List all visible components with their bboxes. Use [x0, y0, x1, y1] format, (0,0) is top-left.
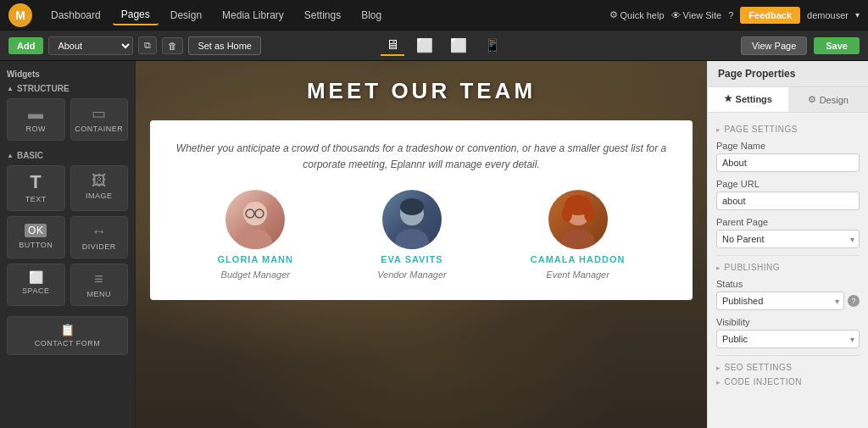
seo-section[interactable]: SEO SETTINGS: [716, 363, 860, 372]
page-name-input[interactable]: [716, 153, 860, 172]
page-name-label: Page Name: [716, 141, 860, 151]
contact-form-icon: 📋: [60, 324, 75, 336]
username-display: demouser: [807, 10, 849, 20]
basic-widget-grid: T TEXT 🖼 IMAGE OK BUTTON ↔ DIVIDER ⬜ SPA…: [7, 165, 128, 306]
eva-title: Vendor Manager: [377, 270, 447, 280]
publishing-section[interactable]: PUBLISHING: [716, 263, 860, 272]
widget-image[interactable]: 🖼 IMAGE: [70, 165, 129, 211]
meet-team-heading: MEET OUR TEAM: [307, 78, 536, 104]
panel-title: Page Properties: [708, 61, 868, 87]
container-icon: ▭: [92, 106, 107, 121]
section-divider-1: [716, 255, 860, 256]
widget-container[interactable]: ▭ CONTAINER: [70, 98, 129, 141]
visibility-label: Visibility: [716, 317, 860, 327]
status-select[interactable]: Published: [716, 292, 844, 310]
structure-widget-grid: ▬ ROW ▭ CONTAINER: [7, 98, 128, 141]
avatar-camala: [548, 190, 608, 249]
desktop-icon[interactable]: 🖥: [381, 36, 404, 56]
widget-row[interactable]: ▬ ROW: [7, 98, 65, 141]
tablet-landscape-icon[interactable]: ⬜: [445, 36, 472, 55]
tab-settings[interactable]: ★ Settings: [708, 87, 788, 112]
svg-point-11: [561, 229, 595, 249]
nav-settings[interactable]: Settings: [296, 6, 349, 25]
star-icon: ★: [724, 93, 732, 104]
structure-section-title: Structure: [7, 84, 128, 93]
right-panel: Page Properties ★ Settings ⚙ Design PAGE…: [707, 61, 868, 428]
mobile-icon[interactable]: 📱: [479, 36, 506, 55]
widgets-title: Widgets: [7, 69, 128, 79]
menu-icon: ≡: [94, 271, 103, 286]
svg-point-15: [584, 205, 594, 222]
widget-contact-form[interactable]: 📋 CONTACT FORM: [7, 316, 128, 355]
status-help-icon[interactable]: ?: [848, 295, 860, 307]
parent-page-label: Parent Page: [716, 217, 860, 227]
panel-tabs: ★ Settings ⚙ Design: [708, 87, 868, 113]
nav-pages[interactable]: Pages: [113, 5, 159, 25]
help-icon: ⚙: [609, 9, 618, 20]
widget-button[interactable]: OK BUTTON: [7, 216, 65, 258]
panel-content: PAGE SETTINGS Page Name Page URL Parent …: [708, 113, 868, 398]
nav-right: ⚙ Quick help 👁 View Site ? Feedback demo…: [609, 7, 860, 24]
widget-space[interactable]: ⬜ SPACE: [7, 264, 65, 306]
tab-design[interactable]: ⚙ Design: [788, 87, 869, 112]
eva-avatar-svg: [382, 190, 442, 249]
team-member-camala: CAMALA HADDON Event Manager: [531, 190, 626, 280]
parent-page-select-wrap: No Parent: [716, 230, 860, 248]
space-icon: ⬜: [29, 271, 44, 283]
eye-icon: 👁: [671, 10, 681, 20]
team-card: Whether you anticipate a crowd of thousa…: [150, 120, 693, 300]
text-icon: T: [30, 173, 42, 192]
camala-avatar-svg: [548, 190, 608, 249]
nav-blog[interactable]: Blog: [353, 6, 390, 25]
avatar-gloria: [225, 190, 285, 249]
code-injection-section[interactable]: CODE INJECTION: [716, 377, 860, 386]
status-select-row: Published ?: [716, 292, 860, 310]
svg-point-7: [395, 229, 429, 249]
camala-title: Event Manager: [546, 270, 609, 280]
camala-name: CAMALA HADDON: [531, 254, 626, 264]
parent-page-select[interactable]: No Parent: [716, 230, 860, 248]
design-icon: ⚙: [808, 94, 816, 105]
eva-name: EVA SAVITS: [381, 254, 442, 264]
avatar-eva: [382, 190, 442, 249]
set-home-button[interactable]: Set as Home: [188, 36, 261, 55]
widget-text[interactable]: T TEXT: [7, 165, 65, 211]
delete-page-button[interactable]: 🗑: [162, 37, 183, 54]
add-button[interactable]: Add: [8, 37, 43, 54]
widget-menu[interactable]: ≡ MENU: [70, 264, 129, 306]
button-icon: OK: [25, 224, 47, 237]
team-description: Whether you anticipate a crowd of thousa…: [175, 141, 667, 173]
nav-media-library[interactable]: Media Library: [214, 6, 292, 25]
svg-point-1: [238, 229, 272, 249]
basic-section-title: Basic: [7, 151, 128, 160]
view-site-link[interactable]: 👁 View Site: [671, 10, 722, 20]
team-member-gloria: GLORIA MANN Budget Manager: [218, 190, 293, 280]
copy-page-button[interactable]: ⧉: [138, 36, 157, 54]
section-divider-2: [716, 355, 860, 356]
center-canvas[interactable]: MEET OUR TEAM Whether you anticipate a c…: [136, 61, 707, 428]
widget-divider[interactable]: ↔ DIVIDER: [70, 216, 129, 258]
quick-help-link[interactable]: ⚙ Quick help: [609, 9, 665, 20]
question-icon[interactable]: ?: [728, 10, 733, 20]
page-url-label: Page URL: [716, 179, 860, 189]
user-chevron-icon: ▾: [855, 10, 860, 19]
nav-design[interactable]: Design: [162, 6, 210, 25]
gloria-title: Budget Manager: [221, 270, 290, 280]
tablet-icon[interactable]: ⬜: [411, 36, 438, 55]
app-logo[interactable]: M: [8, 3, 32, 27]
svg-point-9: [400, 198, 424, 215]
left-sidebar: Widgets Structure ▬ ROW ▭ CONTAINER Basi…: [0, 61, 136, 428]
feedback-button[interactable]: Feedback: [740, 7, 800, 24]
row-icon: ▬: [28, 106, 44, 121]
page-selector[interactable]: About: [48, 36, 133, 55]
save-button[interactable]: Save: [814, 37, 860, 54]
nav-dashboard[interactable]: Dashboard: [42, 6, 109, 25]
page-settings-section[interactable]: PAGE SETTINGS: [716, 125, 860, 134]
view-page-button[interactable]: View Page: [741, 36, 807, 55]
top-nav: M Dashboard Pages Design Media Library S…: [0, 0, 868, 31]
toolbar: Add About ⧉ 🗑 Set as Home 🖥 ⬜ ⬜ 📱 View P…: [0, 31, 868, 61]
visibility-select-wrap: Public: [716, 330, 860, 348]
visibility-select[interactable]: Public: [716, 330, 860, 348]
page-url-input[interactable]: [716, 192, 860, 210]
divider-icon: ↔: [92, 224, 108, 239]
